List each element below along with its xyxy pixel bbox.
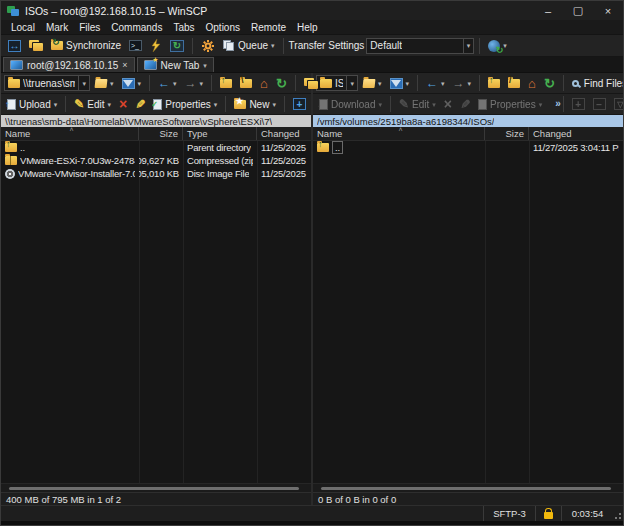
remote-horizontal-scrollbar[interactable] [313, 483, 623, 492]
remote-back-button[interactable]: ←▾ [423, 74, 448, 92]
local-column-headers: Name˄ Size Type Changed [1, 127, 311, 141]
scrollbar-thumb[interactable] [321, 487, 611, 490]
close-button[interactable]: × [593, 1, 623, 20]
tab-close-icon[interactable]: × [122, 60, 127, 70]
download-button[interactable]: ↓ Download ▾ [316, 95, 385, 113]
menu-commands[interactable]: Commands [106, 22, 167, 33]
queue-button[interactable]: Queue ▾ [220, 37, 278, 55]
remote-delete-button[interactable]: × [441, 95, 455, 113]
local-rename-button[interactable]: ✎ [132, 95, 148, 113]
refresh-icon: ↻ [276, 77, 287, 90]
local-path-bar[interactable]: \\truenas\smb-data\Homelab\VMwareSoftwar… [1, 115, 311, 127]
local-root-directory-button[interactable]: \ [237, 74, 255, 92]
maximize-button[interactable]: ▢ [563, 1, 593, 20]
remote-file-list[interactable]: ↑.. 11/27/2025 3:04:11 PM [313, 141, 623, 483]
local-forward-button[interactable]: →▾ [182, 74, 207, 92]
refresh-session-button[interactable]: ↻ [167, 37, 187, 55]
menu-remote[interactable]: Remote [246, 22, 291, 33]
minimize-button[interactable]: – [533, 1, 563, 20]
remote-root-directory-button[interactable]: / [505, 74, 523, 92]
local-header-type[interactable]: Type [183, 127, 257, 140]
remote-unselect-button[interactable]: − [590, 95, 609, 113]
menu-options[interactable]: Options [201, 22, 245, 33]
table-row[interactable]: VMware-VMvisor-Installer-7.0U3... 405,01… [1, 167, 311, 180]
refresh-icon: ↻ [544, 77, 555, 90]
resize-grip[interactable] [613, 513, 621, 521]
synchronize-button[interactable]: ↻ Synchronize [48, 37, 124, 55]
unselect-minus-icon: − [593, 98, 606, 110]
local-header-changed[interactable]: Changed [257, 127, 311, 140]
local-header-size[interactable]: Size [139, 127, 183, 140]
menu-help[interactable]: Help [292, 22, 323, 33]
upload-button[interactable]: ↑ Upload ▾ [4, 95, 60, 113]
remote-header-changed[interactable]: Changed [529, 127, 623, 140]
globe-sync-icon [488, 40, 500, 52]
local-home-directory-button[interactable]: ⌂ [257, 74, 271, 92]
remote-selection-filter-button[interactable]: ▽ [611, 95, 624, 113]
local-parent-directory-button[interactable]: ↑ [217, 74, 235, 92]
compare-directories-button[interactable]: ↔ [5, 37, 24, 55]
remote-properties-button[interactable]: Properties ▾ [475, 95, 545, 113]
local-select-button[interactable]: + [290, 95, 309, 113]
remote-edit-button[interactable]: ✎ Edit ▾ [396, 95, 439, 113]
local-back-button[interactable]: ←▾ [155, 74, 180, 92]
table-row[interactable]: ↑.. Parent directory 11/25/2025 8:3 [1, 141, 311, 154]
scrollbar-thumb[interactable] [9, 487, 299, 490]
sort-ascending-icon: ˄ [399, 126, 403, 133]
winscp-window: ISOs – root@192.168.10.15 – WinSCP – ▢ ×… [0, 0, 624, 526]
local-status-text: 400 MB of 795 MB in 1 of 2 [1, 492, 311, 505]
filter-icon [390, 78, 403, 89]
queue-dropdown-caret[interactable]: ▾ [271, 42, 275, 49]
local-filter-button[interactable]: ▾ [119, 74, 145, 92]
local-refresh-button[interactable]: ↻ [273, 74, 290, 92]
open-console-button[interactable]: >_ [126, 37, 145, 55]
local-properties-button[interactable]: ✓ Properties ▾ [150, 95, 220, 113]
remote-home-directory-button[interactable]: ⌂ [525, 74, 539, 92]
transfer-options-button[interactable]: ▾ [485, 37, 510, 55]
menu-local[interactable]: Local [6, 22, 40, 33]
disc-image-icon [5, 169, 15, 179]
menu-bar: Local Mark Files Commands Tabs Options R… [1, 20, 623, 35]
menu-files[interactable]: Files [74, 22, 105, 33]
remote-parent-directory-button[interactable]: ↑ [485, 74, 503, 92]
local-drive-select[interactable]: \\truenas\smb- ▾ [4, 75, 90, 91]
local-edit-button[interactable]: ✎ Edit ▾ [71, 95, 114, 113]
commander-layout-button[interactable] [26, 37, 46, 55]
local-command-toolbar: ↑ Upload ▾ ✎ Edit ▾ × ✎ ✓ Properties ▾ [1, 94, 311, 115]
remote-header-name[interactable]: Name˄ [313, 127, 485, 140]
local-horizontal-scrollbar[interactable] [1, 483, 311, 492]
remote-forward-button[interactable]: →▾ [450, 74, 475, 92]
selection-funnel-icon: ▽ [614, 98, 624, 110]
remote-open-directory-button[interactable]: ▾ [360, 74, 385, 92]
tab-session-active[interactable]: root@192.168.10.15 × [3, 57, 135, 72]
tab-new-tab[interactable]: New Tab ▾ [137, 57, 214, 72]
local-panel: \\truenas\smb- ▾ ▾ ▾ ←▾ →▾ ↑ \ ⌂ ↻ ▾ ↑ [1, 73, 311, 505]
local-new-button[interactable]: ★ New ▾ [231, 95, 279, 113]
remote-header-size[interactable]: Size [485, 127, 529, 140]
remote-rename-button[interactable]: ✎ [457, 95, 473, 113]
local-file-list[interactable]: ↑.. Parent directory 11/25/2025 8:3 VMwa… [1, 141, 311, 483]
toolbar-overflow-chevron[interactable]: » [555, 99, 561, 109]
menu-mark[interactable]: Mark [41, 22, 73, 33]
menu-tabs[interactable]: Tabs [168, 22, 199, 33]
remote-select-button[interactable]: + [569, 95, 588, 113]
remote-filter-button[interactable]: ▾ [387, 74, 413, 92]
local-delete-button[interactable]: × [116, 95, 130, 113]
open-in-putty-button[interactable] [147, 37, 165, 55]
find-files-button[interactable]: Find Files [569, 74, 624, 92]
remote-path-bar[interactable]: /vmfs/volumes/2519ba8a-a6198344/ISOs/ [313, 115, 623, 127]
remote-refresh-button[interactable]: ↻ [541, 74, 558, 92]
transfer-settings-select[interactable]: Default ▾ [366, 38, 474, 54]
local-open-directory-button[interactable]: ▾ [92, 74, 117, 92]
remote-drive-select[interactable]: IS ▾ [316, 75, 358, 91]
preferences-button[interactable] [198, 37, 218, 55]
new-tab-caret[interactable]: ▾ [203, 62, 207, 69]
synchronize-icon: ↻ [51, 41, 63, 50]
encryption-status[interactable] [535, 506, 561, 521]
rename-pencil-icon: ✎ [134, 99, 146, 109]
table-row[interactable]: ↑.. 11/27/2025 3:04:11 PM [313, 141, 623, 154]
local-header-name[interactable]: Name˄ [1, 127, 139, 140]
table-row[interactable]: VMware-ESXi-7.0U3w-24784741-... 409,627 … [1, 154, 311, 167]
session-monitor-icon [10, 60, 23, 70]
drive-folder-icon [320, 79, 332, 88]
